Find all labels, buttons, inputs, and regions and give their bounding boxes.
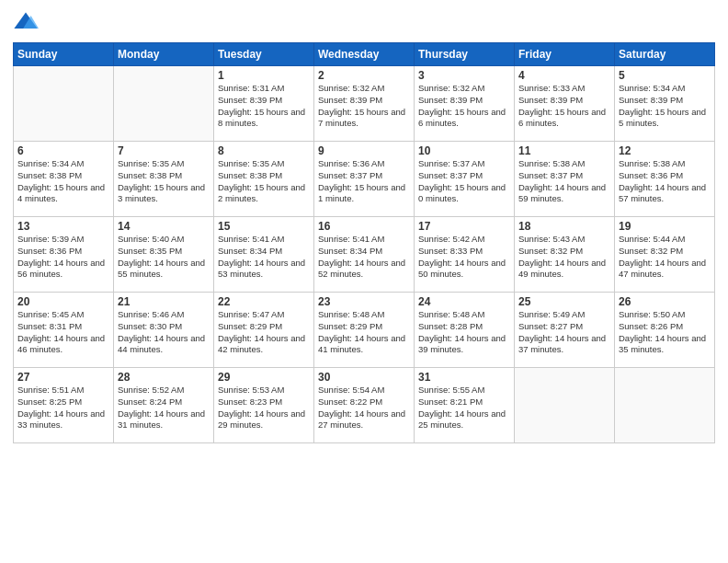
day-detail: Sunrise: 5:55 AM Sunset: 8:21 PM Dayligh…: [418, 385, 510, 431]
header: [13, 9, 715, 35]
calendar-cell: 26Sunrise: 5:50 AM Sunset: 8:26 PM Dayli…: [615, 293, 715, 368]
weekday-header-monday: Monday: [114, 43, 214, 66]
calendar-cell: 17Sunrise: 5:42 AM Sunset: 8:33 PM Dayli…: [415, 217, 515, 293]
calendar-cell: 30Sunrise: 5:54 AM Sunset: 8:22 PM Dayli…: [314, 368, 415, 443]
day-detail: Sunrise: 5:47 AM Sunset: 8:29 PM Dayligh…: [218, 309, 310, 356]
day-detail: Sunrise: 5:48 AM Sunset: 8:28 PM Dayligh…: [418, 309, 510, 356]
calendar-table: SundayMondayTuesdayWednesdayThursdayFrid…: [13, 42, 715, 443]
day-detail: Sunrise: 5:36 AM Sunset: 8:37 PM Dayligh…: [318, 158, 410, 205]
calendar-cell: 12Sunrise: 5:38 AM Sunset: 8:36 PM Dayli…: [615, 142, 715, 217]
calendar-body: 1Sunrise: 5:31 AM Sunset: 8:39 PM Daylig…: [14, 66, 715, 443]
calendar-cell: 6Sunrise: 5:34 AM Sunset: 8:38 PM Daylig…: [14, 142, 114, 217]
calendar-cell: 2Sunrise: 5:32 AM Sunset: 8:39 PM Daylig…: [314, 66, 415, 142]
calendar-cell: 22Sunrise: 5:47 AM Sunset: 8:29 PM Dayli…: [214, 293, 314, 368]
day-number: 3: [418, 69, 510, 82]
day-number: 1: [218, 69, 310, 82]
day-number: 30: [318, 371, 410, 384]
day-number: 26: [619, 295, 711, 308]
calendar-cell: 5Sunrise: 5:34 AM Sunset: 8:39 PM Daylig…: [615, 66, 715, 142]
day-number: 27: [17, 371, 109, 384]
day-detail: Sunrise: 5:32 AM Sunset: 8:39 PM Dayligh…: [318, 83, 410, 130]
day-detail: Sunrise: 5:39 AM Sunset: 8:36 PM Dayligh…: [17, 234, 109, 281]
day-number: 11: [518, 144, 610, 157]
day-number: 20: [17, 295, 109, 308]
weekday-header-friday: Friday: [515, 43, 615, 66]
weekday-header-sunday: Sunday: [14, 43, 114, 66]
calendar-cell: 8Sunrise: 5:35 AM Sunset: 8:38 PM Daylig…: [214, 142, 314, 217]
calendar-cell: 14Sunrise: 5:40 AM Sunset: 8:35 PM Dayli…: [114, 217, 214, 293]
day-number: 13: [17, 220, 109, 233]
day-detail: Sunrise: 5:51 AM Sunset: 8:25 PM Dayligh…: [17, 385, 109, 431]
day-number: 31: [418, 371, 510, 384]
day-number: 24: [418, 295, 510, 308]
day-detail: Sunrise: 5:33 AM Sunset: 8:39 PM Dayligh…: [518, 83, 610, 130]
calendar-cell: 11Sunrise: 5:38 AM Sunset: 8:37 PM Dayli…: [515, 142, 615, 217]
calendar-cell: [615, 368, 715, 443]
day-detail: Sunrise: 5:31 AM Sunset: 8:39 PM Dayligh…: [218, 83, 310, 130]
calendar-cell: 28Sunrise: 5:52 AM Sunset: 8:24 PM Dayli…: [114, 368, 214, 443]
calendar-cell: [114, 66, 214, 142]
calendar-cell: 10Sunrise: 5:37 AM Sunset: 8:37 PM Dayli…: [415, 142, 515, 217]
day-detail: Sunrise: 5:40 AM Sunset: 8:35 PM Dayligh…: [118, 234, 210, 281]
calendar-cell: 27Sunrise: 5:51 AM Sunset: 8:25 PM Dayli…: [14, 368, 114, 443]
weekday-header-saturday: Saturday: [615, 43, 715, 66]
day-detail: Sunrise: 5:35 AM Sunset: 8:38 PM Dayligh…: [218, 158, 310, 205]
calendar-cell: 31Sunrise: 5:55 AM Sunset: 8:21 PM Dayli…: [415, 368, 515, 443]
day-number: 9: [318, 144, 410, 157]
calendar-cell: 7Sunrise: 5:35 AM Sunset: 8:38 PM Daylig…: [114, 142, 214, 217]
calendar-cell: 18Sunrise: 5:43 AM Sunset: 8:32 PM Dayli…: [515, 217, 615, 293]
day-detail: Sunrise: 5:52 AM Sunset: 8:24 PM Dayligh…: [118, 385, 210, 431]
calendar-cell: 25Sunrise: 5:49 AM Sunset: 8:27 PM Dayli…: [515, 293, 615, 368]
calendar-cell: 16Sunrise: 5:41 AM Sunset: 8:34 PM Dayli…: [314, 217, 415, 293]
day-number: 14: [118, 220, 210, 233]
logo: [13, 9, 40, 35]
day-detail: Sunrise: 5:49 AM Sunset: 8:27 PM Dayligh…: [518, 309, 610, 356]
calendar-cell: 3Sunrise: 5:32 AM Sunset: 8:39 PM Daylig…: [415, 66, 515, 142]
calendar-cell: 13Sunrise: 5:39 AM Sunset: 8:36 PM Dayli…: [14, 217, 114, 293]
day-number: 28: [118, 371, 210, 384]
week-row-4: 20Sunrise: 5:45 AM Sunset: 8:31 PM Dayli…: [14, 293, 715, 368]
day-detail: Sunrise: 5:41 AM Sunset: 8:34 PM Dayligh…: [318, 234, 410, 281]
day-detail: Sunrise: 5:45 AM Sunset: 8:31 PM Dayligh…: [17, 309, 109, 356]
day-number: 25: [518, 295, 610, 308]
day-number: 22: [218, 295, 310, 308]
day-detail: Sunrise: 5:38 AM Sunset: 8:36 PM Dayligh…: [619, 158, 711, 205]
day-number: 29: [218, 371, 310, 384]
day-number: 4: [518, 69, 610, 82]
logo-icon: [13, 9, 39, 35]
day-detail: Sunrise: 5:43 AM Sunset: 8:32 PM Dayligh…: [518, 234, 610, 281]
week-row-2: 6Sunrise: 5:34 AM Sunset: 8:38 PM Daylig…: [14, 142, 715, 217]
day-detail: Sunrise: 5:53 AM Sunset: 8:23 PM Dayligh…: [218, 385, 310, 431]
day-number: 5: [619, 69, 711, 82]
week-row-5: 27Sunrise: 5:51 AM Sunset: 8:25 PM Dayli…: [14, 368, 715, 443]
day-detail: Sunrise: 5:54 AM Sunset: 8:22 PM Dayligh…: [318, 385, 410, 431]
day-detail: Sunrise: 5:48 AM Sunset: 8:29 PM Dayligh…: [318, 309, 410, 356]
calendar-cell: 21Sunrise: 5:46 AM Sunset: 8:30 PM Dayli…: [114, 293, 214, 368]
weekday-header-tuesday: Tuesday: [214, 43, 314, 66]
day-number: 21: [118, 295, 210, 308]
day-detail: Sunrise: 5:38 AM Sunset: 8:37 PM Dayligh…: [518, 158, 610, 205]
weekday-header-thursday: Thursday: [415, 43, 515, 66]
calendar-cell: 1Sunrise: 5:31 AM Sunset: 8:39 PM Daylig…: [214, 66, 314, 142]
day-detail: Sunrise: 5:37 AM Sunset: 8:37 PM Dayligh…: [418, 158, 510, 205]
calendar-cell: 4Sunrise: 5:33 AM Sunset: 8:39 PM Daylig…: [515, 66, 615, 142]
calendar-header: SundayMondayTuesdayWednesdayThursdayFrid…: [14, 43, 715, 66]
day-number: 23: [318, 295, 410, 308]
calendar-cell: 15Sunrise: 5:41 AM Sunset: 8:34 PM Dayli…: [214, 217, 314, 293]
day-number: 18: [518, 220, 610, 233]
day-number: 8: [218, 144, 310, 157]
calendar-cell: 24Sunrise: 5:48 AM Sunset: 8:28 PM Dayli…: [415, 293, 515, 368]
day-detail: Sunrise: 5:50 AM Sunset: 8:26 PM Dayligh…: [619, 309, 711, 356]
week-row-3: 13Sunrise: 5:39 AM Sunset: 8:36 PM Dayli…: [14, 217, 715, 293]
day-number: 17: [418, 220, 510, 233]
day-number: 6: [17, 144, 109, 157]
day-number: 16: [318, 220, 410, 233]
day-detail: Sunrise: 5:34 AM Sunset: 8:39 PM Dayligh…: [619, 83, 711, 130]
day-detail: Sunrise: 5:42 AM Sunset: 8:33 PM Dayligh…: [418, 234, 510, 281]
calendar-cell: [14, 66, 114, 142]
weekday-header-row: SundayMondayTuesdayWednesdayThursdayFrid…: [14, 43, 715, 66]
day-number: 19: [619, 220, 711, 233]
day-detail: Sunrise: 5:46 AM Sunset: 8:30 PM Dayligh…: [118, 309, 210, 356]
day-detail: Sunrise: 5:41 AM Sunset: 8:34 PM Dayligh…: [218, 234, 310, 281]
calendar-cell: 20Sunrise: 5:45 AM Sunset: 8:31 PM Dayli…: [14, 293, 114, 368]
